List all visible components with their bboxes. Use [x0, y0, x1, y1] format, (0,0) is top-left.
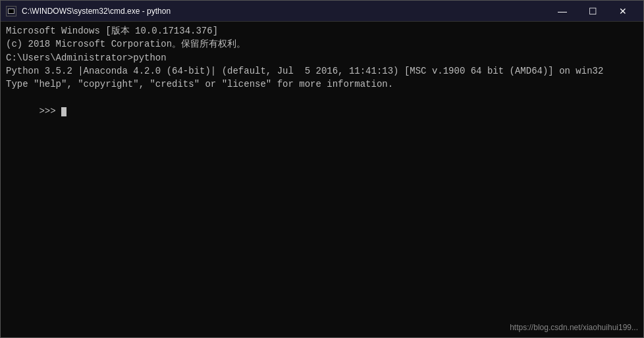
terminal-body[interactable]: Microsoft Windows [版本 10.0.17134.376] (c… — [1, 22, 643, 337]
terminal-line-4: C:\Users\Administrator>python — [6, 51, 638, 64]
maximize-button[interactable]: ☐ — [577, 1, 608, 22]
close-button[interactable]: ✕ — [608, 1, 638, 22]
cmd-window: C:\WINDOWS\system32\cmd.exe - python — ☐… — [0, 0, 644, 338]
window-title: C:\WINDOWS\system32\cmd.exe - python — [22, 7, 171, 16]
minimize-button[interactable]: — — [547, 1, 577, 22]
title-bar: C:\WINDOWS\system32\cmd.exe - python — ☐… — [1, 1, 643, 22]
terminal-prompt: >>> — [39, 106, 61, 116]
terminal-line-1: Microsoft Windows [版本 10.0.17134.376] — [6, 24, 638, 37]
terminal-line-5: Python 3.5.2 |Anaconda 4.2.0 (64-bit)| (… — [6, 64, 638, 78]
app-icon — [6, 6, 16, 16]
terminal-line-6: Type "help", "copyright", "credits" or "… — [6, 78, 638, 91]
terminal-line-2: (c) 2018 Microsoft Corporation。保留所有权利。 — [6, 37, 638, 51]
cursor-block — [61, 107, 67, 116]
app-icon-inner — [8, 9, 14, 14]
title-bar-left: C:\WINDOWS\system32\cmd.exe - python — [6, 6, 171, 16]
window-controls: — ☐ ✕ — [547, 1, 638, 22]
terminal-prompt-line: >>> — [6, 91, 638, 131]
watermark: https://blog.csdn.net/xiaohuihui199... — [510, 322, 638, 333]
